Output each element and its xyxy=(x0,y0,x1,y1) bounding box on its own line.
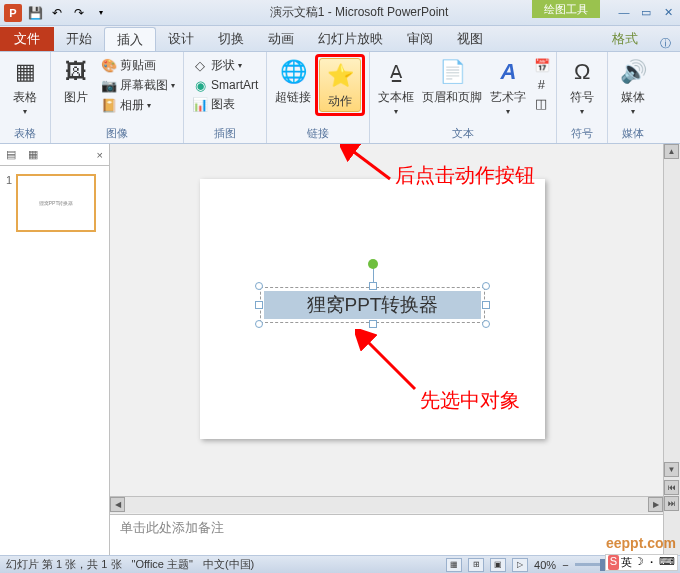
media-button[interactable]: 🔊 媒体 ▾ xyxy=(612,54,654,118)
ribbon-panel: ▦ 表格 ▾ 表格 🖼 图片 🎨剪贴画 📷屏幕截图▾ 📔相册▾ 图像 ◇形状▾ xyxy=(0,52,680,144)
date-icon: 📅 xyxy=(534,57,550,73)
tab-review[interactable]: 审阅 xyxy=(395,27,445,51)
group-links-label: 链接 xyxy=(271,125,365,143)
group-images: 🖼 图片 🎨剪贴画 📷屏幕截图▾ 📔相册▾ 图像 xyxy=(51,52,184,143)
handle-nw[interactable] xyxy=(255,282,263,290)
tab-slideshow[interactable]: 幻灯片放映 xyxy=(306,27,395,51)
album-label: 相册 xyxy=(120,97,144,114)
ime-bar[interactable]: S 英 ☽ ・ ⌨ xyxy=(605,554,678,571)
status-language[interactable]: 中文(中国) xyxy=(203,557,254,572)
handle-s[interactable] xyxy=(369,320,377,328)
close-button[interactable]: ✕ xyxy=(660,6,676,19)
tab-design[interactable]: 设计 xyxy=(156,27,206,51)
selected-textbox[interactable]: 狸窝PPT转换器 xyxy=(260,287,485,323)
shapes-button[interactable]: ◇形状▾ xyxy=(190,56,260,75)
slide-thumbnail[interactable]: 1 狸窝PPT转换器 xyxy=(6,174,103,232)
symbol-button[interactable]: Ω 符号 ▾ xyxy=(561,54,603,118)
tab-transitions[interactable]: 切换 xyxy=(206,27,256,51)
tab-file[interactable]: 文件 xyxy=(0,27,54,51)
qat-more-icon[interactable]: ▾ xyxy=(92,4,110,22)
notes-pane[interactable]: 单击此处添加备注 xyxy=(110,514,663,555)
clipart-label: 剪贴画 xyxy=(120,57,156,74)
slide-canvas[interactable]: 狸窝PPT转换器 后点击动作按钮 先选中对象 ▲ ▼ ⏮ xyxy=(110,144,680,555)
object-button[interactable]: ◫ xyxy=(532,94,550,112)
media-icon: 🔊 xyxy=(617,56,649,88)
clipart-button[interactable]: 🎨剪贴画 xyxy=(99,56,177,75)
prev-slide-button[interactable]: ⏮ xyxy=(664,480,679,495)
quick-access-toolbar: P 💾 ↶ ↷ ▾ xyxy=(4,4,110,22)
headerfooter-button[interactable]: 📄 页眉和页脚 xyxy=(418,54,486,108)
ribbon-help-icon[interactable]: ⓘ xyxy=(650,36,680,51)
scroll-right-button[interactable]: ▶ xyxy=(648,497,663,512)
group-links: 🌐 超链接 ⭐ 动作 链接 xyxy=(267,52,370,143)
screenshot-button[interactable]: 📷屏幕截图▾ xyxy=(99,76,177,95)
action-button[interactable]: ⭐ 动作 xyxy=(319,58,361,112)
handle-e[interactable] xyxy=(482,301,490,309)
ime-dot-icon: ・ xyxy=(646,555,657,570)
action-icon: ⭐ xyxy=(324,60,356,92)
group-illustrations-label: 插图 xyxy=(188,125,262,143)
tab-format[interactable]: 格式 xyxy=(600,27,650,51)
scroll-left-button[interactable]: ◀ xyxy=(110,497,125,512)
scroll-up-button[interactable]: ▲ xyxy=(664,144,679,159)
tab-insert[interactable]: 插入 xyxy=(104,27,156,51)
media-label: 媒体 xyxy=(621,89,645,106)
ime-lang: 英 xyxy=(621,555,632,570)
panel-tab-outline[interactable]: ▦ xyxy=(22,144,44,165)
screenshot-label: 屏幕截图 xyxy=(120,77,168,94)
wordart-button[interactable]: A 艺术字 ▾ xyxy=(486,54,530,118)
handle-w[interactable] xyxy=(255,301,263,309)
restore-button[interactable]: ▭ xyxy=(638,6,654,19)
zoom-percent[interactable]: 40% xyxy=(534,559,556,571)
date-button[interactable]: 📅 xyxy=(532,56,550,74)
title-bar: P 💾 ↶ ↷ ▾ 演示文稿1 - Microsoft PowerPoint 绘… xyxy=(0,0,680,26)
action-button-highlight: ⭐ 动作 xyxy=(315,54,365,116)
sorter-view-button[interactable]: ⊞ xyxy=(468,558,484,572)
smartart-label: SmartArt xyxy=(211,78,258,92)
normal-view-button[interactable]: ▦ xyxy=(446,558,462,572)
horizontal-scrollbar[interactable]: ◀ ▶ xyxy=(110,496,663,513)
textbox-label: 文本框 xyxy=(378,89,414,106)
group-symbols-label: 符号 xyxy=(561,125,603,143)
action-label: 动作 xyxy=(328,93,352,110)
tab-home[interactable]: 开始 xyxy=(54,27,104,51)
table-label: 表格 xyxy=(13,89,37,106)
panel-tab-slides[interactable]: ▤ xyxy=(0,144,22,165)
picture-label: 图片 xyxy=(64,89,88,106)
reading-view-button[interactable]: ▣ xyxy=(490,558,506,572)
zoom-out-button[interactable]: − xyxy=(562,559,568,571)
headerfooter-label: 页眉和页脚 xyxy=(422,89,482,106)
slideshow-view-button[interactable]: ▷ xyxy=(512,558,528,572)
handle-sw[interactable] xyxy=(255,320,263,328)
table-button[interactable]: ▦ 表格 ▾ xyxy=(4,54,46,118)
annotation-arrow-1 xyxy=(340,144,400,184)
save-icon[interactable]: 💾 xyxy=(26,4,44,22)
album-button[interactable]: 📔相册▾ xyxy=(99,96,177,115)
group-media: 🔊 媒体 ▾ 媒体 xyxy=(608,52,658,143)
panel-close-button[interactable]: × xyxy=(91,144,109,165)
textbox-text[interactable]: 狸窝PPT转换器 xyxy=(264,291,481,319)
next-slide-button[interactable]: ⏭ xyxy=(664,496,679,511)
redo-icon[interactable]: ↷ xyxy=(70,4,88,22)
slidenum-button[interactable]: # xyxy=(532,75,550,93)
minimize-button[interactable]: — xyxy=(616,6,632,19)
picture-button[interactable]: 🖼 图片 xyxy=(55,54,97,108)
chart-button[interactable]: 📊图表 xyxy=(190,95,260,114)
group-illustrations: ◇形状▾ ◉SmartArt 📊图表 插图 xyxy=(184,52,267,143)
handle-se[interactable] xyxy=(482,320,490,328)
vertical-scrollbar[interactable]: ▲ ▼ ⏮ ⏭ xyxy=(663,144,680,555)
scroll-down-button[interactable]: ▼ xyxy=(664,462,679,477)
tab-animations[interactable]: 动画 xyxy=(256,27,306,51)
tab-view[interactable]: 视图 xyxy=(445,27,495,51)
rotation-handle[interactable] xyxy=(368,259,378,269)
shapes-icon: ◇ xyxy=(192,58,208,74)
textbox-button[interactable]: A̲ 文本框 ▾ xyxy=(374,54,418,118)
undo-icon[interactable]: ↶ xyxy=(48,4,66,22)
smartart-button[interactable]: ◉SmartArt xyxy=(190,76,260,94)
app-icon[interactable]: P xyxy=(4,4,22,22)
hyperlink-button[interactable]: 🌐 超链接 xyxy=(271,54,315,108)
screenshot-icon: 📷 xyxy=(101,78,117,94)
handle-n[interactable] xyxy=(369,282,377,290)
handle-ne[interactable] xyxy=(482,282,490,290)
slide-panel: ▤ ▦ × 1 狸窝PPT转换器 xyxy=(0,144,110,555)
